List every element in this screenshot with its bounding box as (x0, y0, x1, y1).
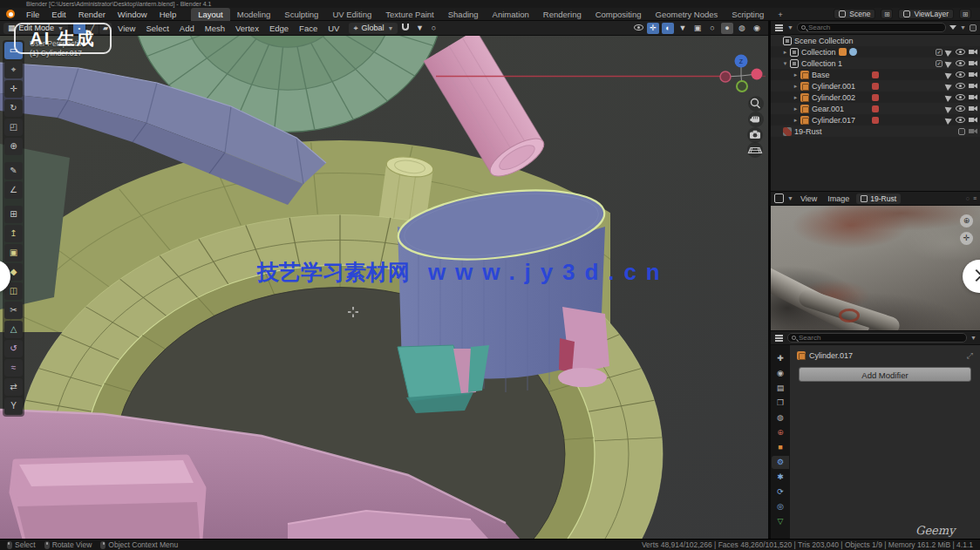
rip-region-tool[interactable]: Y (4, 397, 23, 415)
new-view-layer-button[interactable]: ⊞ (959, 9, 971, 19)
blender-logo-icon[interactable] (6, 10, 15, 18)
transform-tool[interactable]: ⊕ (4, 138, 23, 155)
tool-tab[interactable]: ✚ (772, 352, 789, 365)
object-tab[interactable]: ■ (772, 441, 789, 454)
cursor-tool[interactable]: ⌖ (4, 61, 23, 78)
modifiers-tab wrench-icon[interactable]: ⚙ (772, 456, 789, 469)
selectable-toggle-icon[interactable] (945, 115, 954, 124)
menu-view[interactable]: View (797, 194, 820, 203)
tab-uv-editing[interactable]: UV Editing (325, 8, 378, 21)
edge-slide-tool[interactable]: ⇄ (4, 378, 23, 396)
scale-tool[interactable]: ◰ (4, 119, 23, 136)
poly-build-tool[interactable]: △ (4, 321, 23, 338)
visibility-eye-icon[interactable] (956, 117, 965, 123)
tab-animation[interactable]: Animation (486, 8, 536, 21)
filter-dropdown-icon[interactable]: ▼ (960, 24, 966, 31)
image-datablock-selector[interactable]: 19-Rust (856, 194, 901, 204)
scene-tab[interactable]: ◍ (772, 411, 789, 424)
annotate-tool[interactable]: ✎ (4, 162, 23, 180)
options-icon[interactable]: ≡ (973, 195, 977, 201)
pin-icon[interactable]: ◌ (966, 195, 970, 201)
tab-sculpting[interactable]: Sculpting (277, 8, 325, 21)
selectable-toggle-icon[interactable] (945, 104, 954, 112)
outliner-row-object[interactable]: ▸ Gear.001 (771, 103, 980, 114)
menu-vertex[interactable]: Vertex (231, 21, 263, 36)
shading-wireframe-button[interactable]: ○ (706, 23, 718, 34)
gizmo-x-neg[interactable] (720, 71, 731, 82)
tab-compositing[interactable]: Compositing (589, 8, 649, 21)
particles-tab[interactable]: ✱ (772, 471, 789, 484)
image-editor-icon[interactable] (774, 194, 784, 203)
properties-editor-icon[interactable] (774, 333, 784, 343)
chevron-down-icon[interactable]: ▼ (970, 335, 977, 341)
scene-selector[interactable]: Scene (834, 9, 875, 19)
render-visibility-icon[interactable] (969, 71, 977, 78)
render-visibility-icon[interactable] (969, 117, 977, 123)
texture-image-view[interactable]: ⊕ ✛ (771, 206, 980, 330)
add-cube-tool[interactable]: ⊞ (4, 206, 23, 223)
disclosure-icon[interactable]: ▸ (792, 105, 800, 112)
disclosure-icon[interactable]: ▸ (781, 49, 789, 56)
add-modifier-button[interactable]: Add Modifier (799, 367, 971, 382)
disclosure-icon[interactable]: ▸ (792, 117, 800, 124)
menu-view[interactable]: View (113, 21, 140, 36)
visibility-eye-icon[interactable] (956, 49, 965, 55)
xray-toggle[interactable]: ▣ (691, 23, 704, 34)
tab-scripting[interactable]: Scripting (725, 8, 771, 21)
world-tab[interactable]: ⊕ (772, 426, 789, 439)
proportional-editing-icon[interactable]: ○ (427, 23, 439, 34)
tab-modeling[interactable]: Modeling (230, 8, 278, 21)
outliner-row-collection-1[interactable]: ▾ Collection 1 ✓ (771, 58, 980, 69)
move-tool[interactable]: ✛ (4, 80, 23, 98)
outliner-row-object[interactable]: ▸ Cylinder.001 (771, 80, 980, 92)
disclosure-icon[interactable]: ▸ (792, 94, 800, 101)
image-pan-gizmo-icon[interactable]: ✛ (960, 232, 973, 245)
extrude-region-tool[interactable]: ↥ (4, 225, 23, 242)
constraints-tab[interactable]: ◎ (772, 500, 789, 513)
tab-texture-paint[interactable]: Texture Paint (378, 8, 440, 21)
transform-orientation-selector[interactable]: ⌖ Global ▼ (349, 23, 398, 34)
menu-file[interactable]: File (20, 8, 45, 21)
gizmo-x-pos[interactable] (752, 69, 763, 80)
disclosure-icon[interactable]: ▸ (792, 71, 800, 78)
render-visibility-icon[interactable] (969, 94, 977, 100)
viewport-3d[interactable]: ▦ Edit Mode ▼ • ╱ ▰ View Select Add Mesh… (0, 21, 768, 539)
add-workspace-button[interactable]: + (771, 8, 790, 21)
selectable-toggle-icon[interactable] (945, 81, 954, 90)
tab-layout[interactable]: Layout (191, 8, 230, 21)
data-tab[interactable]: ▽ (772, 515, 789, 528)
outliner-row-collection[interactable]: ▸ Collection ✓ (771, 46, 980, 58)
expand-icon[interactable]: ⤢ (967, 351, 973, 361)
snap-magnet-icon[interactable] (399, 23, 412, 34)
menu-add[interactable]: Add (175, 21, 199, 36)
outliner-search-input[interactable]: Search (797, 23, 946, 32)
new-scene-button[interactable]: ⊞ (881, 9, 893, 19)
menu-select[interactable]: Select (141, 21, 173, 36)
output-tab[interactable]: ▤ (772, 382, 789, 395)
selectable-toggle-icon[interactable] (945, 70, 954, 78)
smooth-tool[interactable]: ≈ (4, 359, 23, 377)
selectable-toggle-icon[interactable] (945, 92, 954, 101)
outliner-row-object[interactable]: ▸ Cylinder.002 (771, 92, 980, 103)
rotate-tool[interactable]: ↻ (4, 99, 23, 117)
render-visibility-icon[interactable] (969, 49, 977, 55)
filter-icon[interactable] (949, 25, 956, 30)
visibility-eye-icon[interactable] (956, 94, 965, 100)
gizmo-y-pos[interactable] (737, 81, 747, 92)
shading-rendered-button[interactable]: ◉ (751, 23, 763, 34)
outliner-row-object[interactable]: ▸ Base (771, 69, 980, 80)
shading-material-button[interactable]: ◍ (736, 23, 748, 34)
tab-rendering[interactable]: Rendering (536, 8, 589, 21)
tab-shading[interactable]: Shading (441, 8, 486, 21)
inset-faces-tool[interactable]: ▣ (4, 244, 23, 261)
visibility-eye-icon[interactable] (956, 71, 965, 78)
overlays-dropdown[interactable]: ▼ (677, 23, 689, 34)
visibility-eye-icon[interactable] (956, 105, 965, 112)
menu-edit[interactable]: Edit (45, 8, 71, 21)
menu-help[interactable]: Help (153, 8, 183, 21)
view-layer-selector[interactable]: ViewLayer (898, 9, 954, 19)
selectable-toggle-icon[interactable] (945, 58, 954, 67)
render-visibility-icon[interactable] (969, 105, 977, 112)
render-tab[interactable]: ◉ (772, 367, 789, 380)
render-visibility-icon[interactable] (969, 128, 977, 134)
